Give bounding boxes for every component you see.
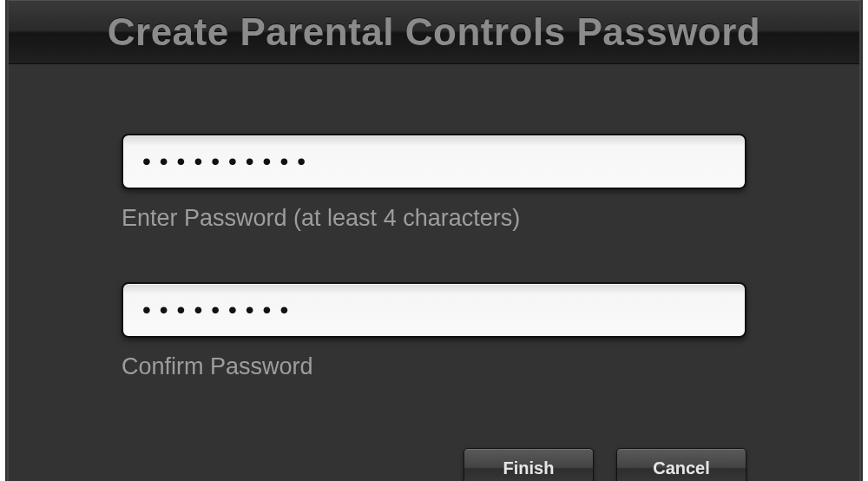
- password-label: Enter Password (at least 4 characters): [122, 205, 746, 232]
- window-left-edge: [0, 0, 5, 481]
- cancel-button[interactable]: Cancel: [616, 448, 746, 481]
- dialog-content: Enter Password (at least 4 characters) C…: [9, 64, 859, 380]
- dialog-button-row: Finish Cancel: [464, 448, 746, 481]
- confirm-password-field-group: Confirm Password: [122, 282, 746, 380]
- confirm-password-label: Confirm Password: [122, 353, 746, 380]
- dialog-title-bar: Create Parental Controls Password: [9, 0, 859, 64]
- dialog-title: Create Parental Controls Password: [108, 10, 761, 54]
- finish-button[interactable]: Finish: [464, 448, 594, 481]
- confirm-password-input[interactable]: [122, 282, 746, 338]
- dialog-frame: Create Parental Controls Password Enter …: [7, 0, 861, 481]
- window-right-edge: [863, 0, 868, 481]
- password-field-group: Enter Password (at least 4 characters): [122, 134, 746, 232]
- password-input[interactable]: [122, 134, 746, 189]
